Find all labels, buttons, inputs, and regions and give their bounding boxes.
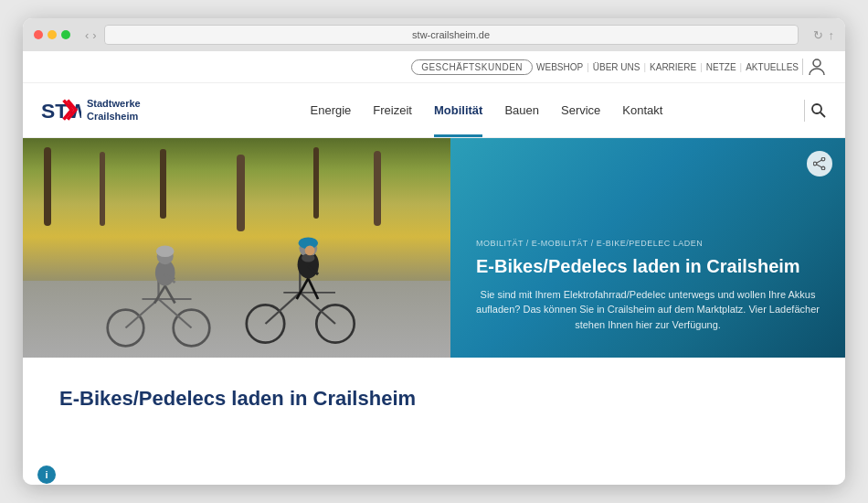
bottom-bar: i: [23, 458, 845, 485]
logo-text-area: Stadtwerke Crailsheim: [87, 98, 141, 122]
info-button[interactable]: i: [37, 466, 56, 484]
logo-line1: Stadtwerke: [87, 98, 141, 110]
nav-item-service[interactable]: Service: [561, 83, 600, 137]
header: STW Stadtwerke Crailsheim Energie Freize…: [23, 83, 845, 138]
svg-line-35: [817, 160, 822, 163]
logo-area: STW Stadtwerke Crailsheim: [41, 97, 169, 124]
svg-point-31: [305, 246, 315, 256]
svg-line-30: [308, 279, 318, 300]
share-browser-icon[interactable]: ↑: [829, 28, 835, 42]
about-link[interactable]: ÜBER UNS: [593, 62, 640, 72]
nav-item-freizeit[interactable]: Freizeit: [373, 83, 412, 137]
breadcrumb: MOBILITÄT / E-MOBILITÄT / E-BIKE/PEDELEC…: [476, 239, 820, 248]
hero-photo: [23, 138, 450, 358]
forward-icon[interactable]: ›: [92, 28, 96, 42]
top-bar-separator: [802, 59, 803, 75]
hero-content: MOBILITÄT / E-MOBILITÄT / E-BIKE/PEDELEC…: [450, 138, 845, 358]
cyclists-svg: [23, 184, 450, 348]
svg-point-33: [821, 166, 825, 170]
user-account-icon[interactable]: [807, 57, 827, 77]
svg-point-13: [156, 246, 175, 258]
url-text: stw-crailsheim.de: [412, 29, 490, 40]
browser-chrome: ‹ › stw-crailsheim.de ↻ ↑: [23, 18, 845, 51]
top-bar-links: WEBSHOP | ÜBER UNS | KARRIERE | NETZE | …: [536, 62, 799, 72]
news-link[interactable]: AKTUELLES: [746, 62, 799, 72]
logo-line2: Crailsheim: [87, 111, 141, 123]
nav-item-mobilitaet[interactable]: Mobilität: [434, 83, 482, 137]
nav-separator: [804, 100, 805, 122]
browser-dots: [34, 30, 70, 39]
browser-window: ‹ › stw-crailsheim.de ↻ ↑ GESCHÄFTSKUNDE…: [23, 18, 845, 485]
address-bar[interactable]: stw-crailsheim.de: [104, 25, 799, 45]
nav-item-kontakt[interactable]: Kontakt: [622, 83, 662, 137]
refresh-icon[interactable]: ↻: [813, 28, 823, 42]
stw-logo[interactable]: STW: [41, 97, 81, 124]
maximize-dot[interactable]: [61, 30, 70, 39]
svg-line-3: [820, 112, 825, 117]
business-customers-button[interactable]: GESCHÄFTSKUNDEN: [411, 59, 533, 75]
top-bar: GESCHÄFTSKUNDEN WEBSHOP | ÜBER UNS | KAR…: [23, 51, 845, 83]
svg-point-32: [821, 157, 825, 161]
nav-right: [804, 100, 827, 122]
browser-actions: ↻ ↑: [813, 28, 835, 42]
netze-link[interactable]: NETZE: [706, 62, 736, 72]
nav-item-energie[interactable]: Energie: [311, 83, 352, 137]
svg-point-2: [812, 104, 821, 113]
hero-section: MOBILITÄT / E-MOBILITÄT / E-BIKE/PEDELEC…: [23, 138, 845, 358]
nav-item-bauen[interactable]: Bauen: [504, 83, 539, 137]
svg-point-0: [813, 59, 820, 67]
hero-title: E-Bikes/Pedelecs laden in Crailsheim: [476, 255, 820, 278]
hero-image: [23, 138, 450, 358]
share-button[interactable]: [807, 151, 832, 177]
svg-line-36: [817, 165, 822, 167]
minimize-dot[interactable]: [48, 30, 57, 39]
section-title: E-Bikes/Pedelecs laden in Crailsheim: [59, 387, 809, 411]
main-nav: Energie Freizeit Mobilität Bauen Service…: [169, 83, 804, 137]
back-icon[interactable]: ‹: [85, 28, 89, 42]
close-dot[interactable]: [34, 30, 43, 39]
website-content: GESCHÄFTSKUNDEN WEBSHOP | ÜBER UNS | KAR…: [23, 51, 845, 485]
career-link[interactable]: KARRIERE: [650, 62, 696, 72]
webshop-link[interactable]: WEBSHOP: [536, 62, 583, 72]
content-section: E-Bikes/Pedelecs laden in Crailsheim: [23, 358, 845, 458]
hero-description: Sie sind mit Ihrem Elektrofahrrad/Pedele…: [476, 287, 820, 333]
search-icon[interactable]: [810, 102, 827, 119]
svg-line-16: [165, 286, 175, 304]
browser-nav-icons: ‹ ›: [85, 28, 97, 42]
